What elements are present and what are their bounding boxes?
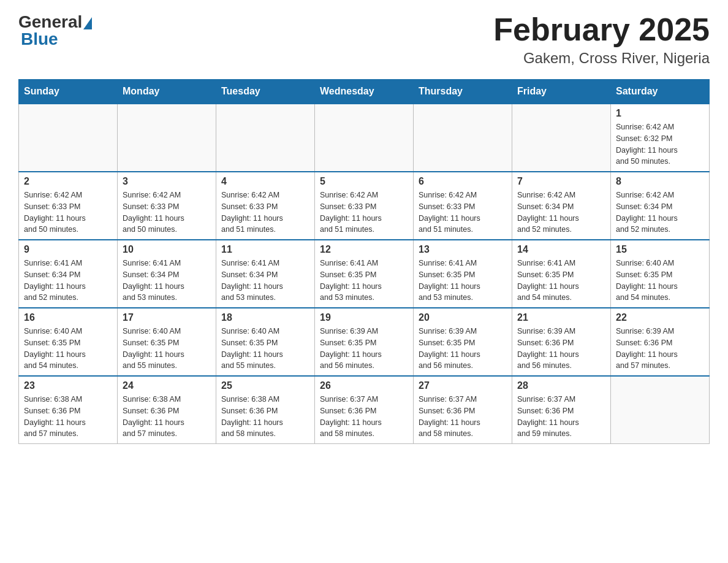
calendar-cell: 8Sunrise: 6:42 AM Sunset: 6:34 PM Daylig…	[611, 172, 710, 240]
day-number: 1	[616, 108, 704, 119]
day-info: Sunrise: 6:42 AM Sunset: 6:33 PM Dayligh…	[320, 190, 408, 236]
weekday-header-saturday: Saturday	[611, 80, 710, 104]
day-number: 18	[221, 312, 309, 323]
weekday-header-thursday: Thursday	[414, 80, 512, 104]
page-title: February 2025	[493, 12, 710, 47]
day-info: Sunrise: 6:42 AM Sunset: 6:32 PM Dayligh…	[616, 121, 704, 167]
weekday-header-wednesday: Wednesday	[315, 80, 414, 104]
day-info: Sunrise: 6:42 AM Sunset: 6:33 PM Dayligh…	[24, 190, 112, 236]
day-info: Sunrise: 6:42 AM Sunset: 6:33 PM Dayligh…	[419, 190, 507, 236]
calendar-cell: 2Sunrise: 6:42 AM Sunset: 6:33 PM Daylig…	[19, 172, 118, 240]
day-info: Sunrise: 6:38 AM Sunset: 6:36 PM Dayligh…	[221, 394, 309, 440]
calendar-cell: 7Sunrise: 6:42 AM Sunset: 6:34 PM Daylig…	[512, 172, 611, 240]
calendar-week-row: 16Sunrise: 6:40 AM Sunset: 6:35 PM Dayli…	[19, 308, 710, 376]
day-info: Sunrise: 6:41 AM Sunset: 6:34 PM Dayligh…	[221, 258, 309, 304]
day-info: Sunrise: 6:40 AM Sunset: 6:35 PM Dayligh…	[616, 258, 704, 304]
calendar-cell	[315, 104, 414, 172]
calendar-cell: 20Sunrise: 6:39 AM Sunset: 6:35 PM Dayli…	[414, 308, 512, 376]
calendar-cell	[216, 104, 315, 172]
day-info: Sunrise: 6:39 AM Sunset: 6:35 PM Dayligh…	[320, 326, 408, 372]
calendar-cell: 16Sunrise: 6:40 AM Sunset: 6:35 PM Dayli…	[19, 308, 118, 376]
calendar-cell: 14Sunrise: 6:41 AM Sunset: 6:35 PM Dayli…	[512, 240, 611, 308]
day-number: 27	[419, 380, 507, 391]
day-number: 7	[517, 176, 605, 187]
calendar-cell: 12Sunrise: 6:41 AM Sunset: 6:35 PM Dayli…	[315, 240, 414, 308]
day-info: Sunrise: 6:39 AM Sunset: 6:35 PM Dayligh…	[419, 326, 507, 372]
day-info: Sunrise: 6:38 AM Sunset: 6:36 PM Dayligh…	[123, 394, 211, 440]
calendar-table: SundayMondayTuesdayWednesdayThursdayFrid…	[18, 79, 710, 444]
calendar-week-row: 9Sunrise: 6:41 AM Sunset: 6:34 PM Daylig…	[19, 240, 710, 308]
day-number: 13	[419, 244, 507, 255]
calendar-cell	[414, 104, 512, 172]
day-info: Sunrise: 6:39 AM Sunset: 6:36 PM Dayligh…	[517, 326, 605, 372]
calendar-cell: 18Sunrise: 6:40 AM Sunset: 6:35 PM Dayli…	[216, 308, 315, 376]
calendar-cell	[611, 376, 710, 444]
day-number: 26	[320, 380, 408, 391]
weekday-header-sunday: Sunday	[19, 80, 118, 104]
day-number: 16	[24, 312, 112, 323]
calendar-cell: 26Sunrise: 6:37 AM Sunset: 6:36 PM Dayli…	[315, 376, 414, 444]
title-block: February 2025 Gakem, Cross River, Nigeri…	[493, 12, 710, 67]
calendar-cell: 27Sunrise: 6:37 AM Sunset: 6:36 PM Dayli…	[414, 376, 512, 444]
calendar-cell: 17Sunrise: 6:40 AM Sunset: 6:35 PM Dayli…	[118, 308, 216, 376]
calendar-week-row: 2Sunrise: 6:42 AM Sunset: 6:33 PM Daylig…	[19, 172, 710, 240]
day-number: 22	[616, 312, 704, 323]
day-info: Sunrise: 6:42 AM Sunset: 6:33 PM Dayligh…	[221, 190, 309, 236]
day-number: 6	[419, 176, 507, 187]
weekday-header-tuesday: Tuesday	[216, 80, 315, 104]
day-number: 24	[123, 380, 211, 391]
calendar-cell: 25Sunrise: 6:38 AM Sunset: 6:36 PM Dayli…	[216, 376, 315, 444]
day-info: Sunrise: 6:42 AM Sunset: 6:34 PM Dayligh…	[517, 190, 605, 236]
calendar-week-row: 1Sunrise: 6:42 AM Sunset: 6:32 PM Daylig…	[19, 104, 710, 172]
weekday-header-monday: Monday	[118, 80, 216, 104]
day-number: 23	[24, 380, 112, 391]
calendar-cell: 11Sunrise: 6:41 AM Sunset: 6:34 PM Dayli…	[216, 240, 315, 308]
day-number: 11	[221, 244, 309, 255]
day-number: 15	[616, 244, 704, 255]
logo-blue-text: Blue	[21, 29, 58, 49]
day-info: Sunrise: 6:41 AM Sunset: 6:35 PM Dayligh…	[320, 258, 408, 304]
calendar-cell	[118, 104, 216, 172]
calendar-cell: 4Sunrise: 6:42 AM Sunset: 6:33 PM Daylig…	[216, 172, 315, 240]
day-info: Sunrise: 6:41 AM Sunset: 6:35 PM Dayligh…	[419, 258, 507, 304]
day-number: 21	[517, 312, 605, 323]
calendar-cell: 3Sunrise: 6:42 AM Sunset: 6:33 PM Daylig…	[118, 172, 216, 240]
day-info: Sunrise: 6:37 AM Sunset: 6:36 PM Dayligh…	[320, 394, 408, 440]
calendar-cell	[512, 104, 611, 172]
calendar-cell: 10Sunrise: 6:41 AM Sunset: 6:34 PM Dayli…	[118, 240, 216, 308]
day-info: Sunrise: 6:37 AM Sunset: 6:36 PM Dayligh…	[419, 394, 507, 440]
calendar-cell: 28Sunrise: 6:37 AM Sunset: 6:36 PM Dayli…	[512, 376, 611, 444]
logo: General Blue	[18, 12, 92, 49]
day-number: 17	[123, 312, 211, 323]
day-number: 4	[221, 176, 309, 187]
day-number: 19	[320, 312, 408, 323]
day-info: Sunrise: 6:41 AM Sunset: 6:35 PM Dayligh…	[517, 258, 605, 304]
page-header: General Blue February 2025 Gakem, Cross …	[18, 12, 710, 67]
calendar-cell: 5Sunrise: 6:42 AM Sunset: 6:33 PM Daylig…	[315, 172, 414, 240]
day-info: Sunrise: 6:40 AM Sunset: 6:35 PM Dayligh…	[221, 326, 309, 372]
calendar-cell: 13Sunrise: 6:41 AM Sunset: 6:35 PM Dayli…	[414, 240, 512, 308]
day-number: 25	[221, 380, 309, 391]
day-number: 10	[123, 244, 211, 255]
day-number: 20	[419, 312, 507, 323]
day-info: Sunrise: 6:42 AM Sunset: 6:33 PM Dayligh…	[123, 190, 211, 236]
day-number: 12	[320, 244, 408, 255]
calendar-week-row: 23Sunrise: 6:38 AM Sunset: 6:36 PM Dayli…	[19, 376, 710, 444]
day-info: Sunrise: 6:40 AM Sunset: 6:35 PM Dayligh…	[24, 326, 112, 372]
calendar-cell: 15Sunrise: 6:40 AM Sunset: 6:35 PM Dayli…	[611, 240, 710, 308]
calendar-cell: 24Sunrise: 6:38 AM Sunset: 6:36 PM Dayli…	[118, 376, 216, 444]
day-info: Sunrise: 6:40 AM Sunset: 6:35 PM Dayligh…	[123, 326, 211, 372]
logo-triangle-icon	[83, 17, 92, 29]
calendar-cell: 19Sunrise: 6:39 AM Sunset: 6:35 PM Dayli…	[315, 308, 414, 376]
day-number: 28	[517, 380, 605, 391]
calendar-cell: 9Sunrise: 6:41 AM Sunset: 6:34 PM Daylig…	[19, 240, 118, 308]
weekday-header-friday: Friday	[512, 80, 611, 104]
calendar-cell: 23Sunrise: 6:38 AM Sunset: 6:36 PM Dayli…	[19, 376, 118, 444]
day-number: 9	[24, 244, 112, 255]
day-info: Sunrise: 6:41 AM Sunset: 6:34 PM Dayligh…	[123, 258, 211, 304]
calendar-header-row: SundayMondayTuesdayWednesdayThursdayFrid…	[19, 80, 710, 104]
day-info: Sunrise: 6:39 AM Sunset: 6:36 PM Dayligh…	[616, 326, 704, 372]
day-info: Sunrise: 6:37 AM Sunset: 6:36 PM Dayligh…	[517, 394, 605, 440]
day-info: Sunrise: 6:42 AM Sunset: 6:34 PM Dayligh…	[616, 190, 704, 236]
day-number: 3	[123, 176, 211, 187]
